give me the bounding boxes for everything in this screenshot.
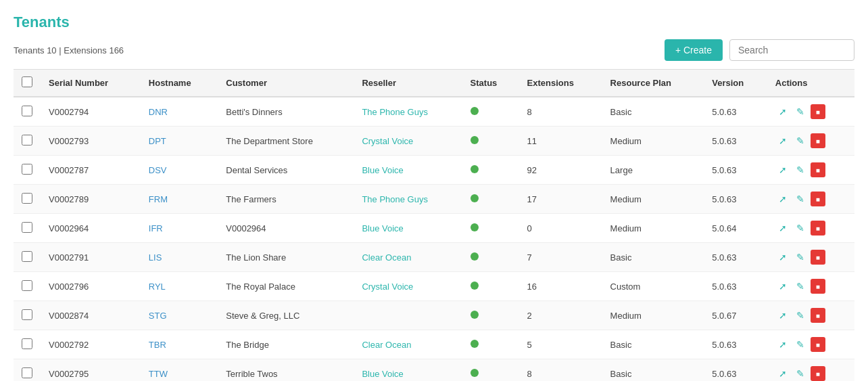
cell-hostname[interactable]: TTW: [141, 359, 218, 382]
hostname-link[interactable]: DSV: [149, 165, 167, 175]
edit-external-icon[interactable]: ➚: [775, 221, 790, 236]
cell-hostname[interactable]: DPT: [141, 127, 218, 156]
status-dot: [471, 223, 479, 231]
row-checkbox[interactable]: [22, 222, 32, 233]
cell-reseller[interactable]: Crystal Voice: [354, 272, 462, 301]
edit-external-icon[interactable]: ➚: [775, 162, 790, 177]
hostname-link[interactable]: RYL: [149, 282, 166, 292]
cell-reseller[interactable]: Clear Ocean: [354, 243, 462, 272]
reseller-link[interactable]: Blue Voice: [362, 165, 403, 175]
edit-external-icon[interactable]: ➚: [775, 308, 790, 323]
actions-container: ➚✎■: [775, 162, 846, 177]
cell-extensions: 5: [519, 330, 602, 359]
edit-external-icon[interactable]: ➚: [775, 133, 790, 148]
delete-icon[interactable]: ■: [811, 192, 825, 206]
reseller-link[interactable]: Blue Voice: [362, 369, 403, 379]
actions-container: ➚✎■: [775, 250, 846, 265]
row-checkbox-cell: [14, 156, 41, 185]
delete-icon[interactable]: ■: [811, 162, 825, 177]
cell-reseller[interactable]: The Phone Guys: [354, 97, 462, 127]
cell-reseller[interactable]: Clear Ocean: [354, 330, 462, 359]
select-all-checkbox[interactable]: [22, 76, 32, 87]
row-checkbox[interactable]: [22, 251, 32, 262]
edit-external-icon[interactable]: ➚: [775, 279, 790, 294]
cell-reseller[interactable]: Blue Voice: [354, 359, 462, 382]
row-checkbox[interactable]: [22, 367, 32, 378]
cell-status: [462, 330, 519, 359]
delete-icon[interactable]: ■: [811, 133, 825, 148]
cell-reseller[interactable]: Blue Voice: [354, 214, 462, 243]
row-checkbox[interactable]: [22, 309, 32, 320]
edit-external-icon[interactable]: ➚: [775, 366, 790, 381]
reseller-link[interactable]: Clear Ocean: [362, 340, 411, 350]
edit-icon[interactable]: ✎: [793, 133, 808, 148]
edit-external-icon[interactable]: ➚: [775, 337, 790, 352]
delete-icon[interactable]: ■: [811, 366, 825, 381]
hostname-link[interactable]: IFR: [149, 223, 163, 233]
cell-hostname[interactable]: DSV: [141, 156, 218, 185]
search-input[interactable]: [729, 39, 854, 61]
delete-icon[interactable]: ■: [811, 104, 825, 119]
row-checkbox[interactable]: [22, 280, 32, 291]
cell-serial: V0002794: [41, 97, 141, 127]
cell-reseller[interactable]: [354, 301, 462, 330]
edit-icon[interactable]: ✎: [793, 162, 808, 177]
delete-icon[interactable]: ■: [811, 250, 825, 265]
reseller-link[interactable]: The Phone Guys: [362, 194, 428, 204]
create-button[interactable]: + Create: [665, 39, 723, 61]
cell-hostname[interactable]: IFR: [141, 214, 218, 243]
hostname-link[interactable]: DPT: [149, 136, 166, 146]
row-checkbox[interactable]: [22, 135, 32, 145]
header-status: Status: [462, 70, 519, 97]
delete-icon[interactable]: ■: [811, 279, 825, 294]
delete-icon[interactable]: ■: [811, 221, 825, 236]
hostname-link[interactable]: FRM: [149, 194, 168, 204]
row-checkbox[interactable]: [22, 338, 32, 349]
row-checkbox[interactable]: [22, 193, 32, 204]
edit-icon[interactable]: ✎: [793, 192, 808, 206]
delete-icon[interactable]: ■: [811, 337, 825, 352]
cell-hostname[interactable]: DNR: [141, 97, 218, 127]
cell-customer: The Farmers: [218, 185, 354, 214]
cell-reseller[interactable]: Blue Voice: [354, 156, 462, 185]
hostname-link[interactable]: STG: [149, 311, 167, 321]
hostname-link[interactable]: TBR: [149, 340, 166, 350]
reseller-link[interactable]: The Phone Guys: [362, 107, 428, 117]
row-checkbox[interactable]: [22, 106, 32, 116]
edit-icon[interactable]: ✎: [793, 308, 808, 323]
cell-reseller[interactable]: The Phone Guys: [354, 185, 462, 214]
delete-icon[interactable]: ■: [811, 308, 825, 323]
cell-resource-plan: Basic: [602, 97, 704, 127]
edit-icon[interactable]: ✎: [793, 104, 808, 119]
edit-external-icon[interactable]: ➚: [775, 250, 790, 265]
status-dot: [471, 107, 479, 115]
reseller-link[interactable]: Blue Voice: [362, 223, 403, 233]
cell-reseller[interactable]: Crystal Voice: [354, 127, 462, 156]
cell-hostname[interactable]: TBR: [141, 330, 218, 359]
cell-resource-plan: Medium: [602, 214, 704, 243]
cell-hostname[interactable]: RYL: [141, 272, 218, 301]
edit-external-icon[interactable]: ➚: [775, 104, 790, 119]
row-checkbox[interactable]: [22, 164, 32, 175]
cell-hostname[interactable]: LIS: [141, 243, 218, 272]
hostname-link[interactable]: DNR: [149, 107, 168, 117]
edit-icon[interactable]: ✎: [793, 337, 808, 352]
cell-hostname[interactable]: STG: [141, 301, 218, 330]
reseller-link[interactable]: Crystal Voice: [362, 282, 413, 292]
edit-icon[interactable]: ✎: [793, 366, 808, 381]
hostname-link[interactable]: LIS: [149, 252, 162, 263]
reseller-link[interactable]: Clear Ocean: [362, 252, 411, 263]
status-dot: [471, 369, 479, 377]
table-row: V0002796RYLThe Royal PalaceCrystal Voice…: [14, 272, 854, 301]
edit-icon[interactable]: ✎: [793, 279, 808, 294]
actions-container: ➚✎■: [775, 192, 846, 206]
edit-external-icon[interactable]: ➚: [775, 192, 790, 206]
hostname-link[interactable]: TTW: [149, 369, 168, 379]
edit-icon[interactable]: ✎: [793, 250, 808, 265]
reseller-link[interactable]: Crystal Voice: [362, 136, 413, 146]
table-row: V0002792TBRThe BridgeClear Ocean5Basic5.…: [14, 330, 854, 359]
tenants-table: Serial Number Hostname Customer Reseller…: [14, 69, 854, 381]
cell-actions: ➚✎■: [767, 185, 854, 214]
edit-icon[interactable]: ✎: [793, 221, 808, 236]
cell-hostname[interactable]: FRM: [141, 185, 218, 214]
